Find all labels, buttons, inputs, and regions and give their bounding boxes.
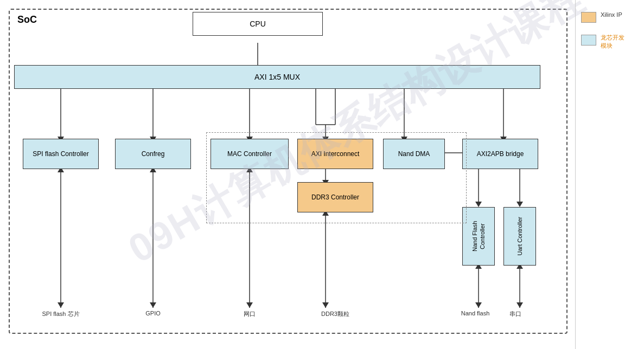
axi-interconnect-box: AXI Interconnect: [297, 139, 373, 169]
nand-flash-ctrl-box: Nand Flash Controller: [462, 207, 495, 266]
cpu-label: CPU: [250, 20, 266, 28]
legend-xilinx-label: Xilinx IP: [601, 11, 622, 19]
confreg-box: Confreg: [115, 139, 191, 169]
axi2apb-box: AXI2APB bridge: [462, 139, 538, 169]
mac-box: MAC Controller: [211, 139, 289, 169]
legend-longxin-label: 龙芯开发模块: [601, 34, 624, 50]
nand-dma-box: Nand DMA: [383, 139, 445, 169]
uart-ctrl-box: Uart Controller: [503, 207, 536, 266]
soc-label: SoC: [17, 14, 37, 25]
legend-longxin-color: [581, 35, 596, 46]
spi-bottom-label: SPI flash 芯片: [23, 310, 99, 318]
legend-area: Xilinx IP 龙芯开发模块: [575, 0, 644, 349]
axi-mux-box: AXI 1x5 MUX: [14, 65, 540, 89]
legend-longxin: 龙芯开发模块: [581, 34, 639, 50]
gpio-bottom-label: GPIO: [115, 310, 191, 316]
ddr3-box: DDR3 Controller: [297, 182, 373, 212]
nand-bottom-label: Nand flash: [454, 310, 497, 316]
spi-flash-box: SPI flash Controller: [23, 139, 99, 169]
ddr3-bottom-label: DDR3颗粒: [297, 310, 373, 318]
legend-xilinx-color: [581, 12, 596, 23]
main-diagram: SoC: [0, 0, 575, 349]
axi-mux-label: AXI 1x5 MUX: [254, 73, 300, 81]
soc-box: SoC: [9, 9, 568, 334]
cpu-box: CPU: [193, 12, 323, 36]
legend-xilinx: Xilinx IP: [581, 11, 639, 23]
uart-bottom-label: 串口: [499, 310, 532, 318]
net-bottom-label: 网口: [211, 310, 289, 318]
